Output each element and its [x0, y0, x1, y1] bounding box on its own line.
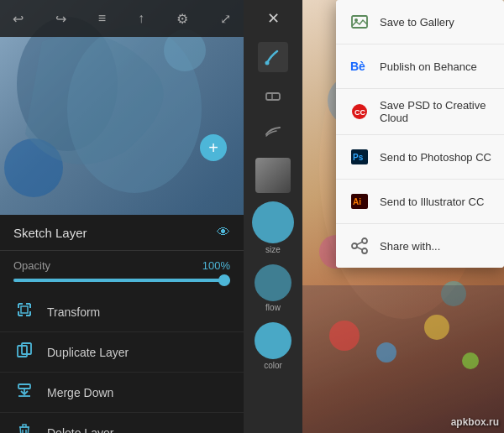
svg-line-40 [357, 248, 362, 250]
size-label: size [265, 245, 281, 254]
dropdown-menu: Save to Gallery Bè Publish on Behance CC… [336, 0, 504, 268]
opacity-slider[interactable] [0, 275, 244, 292]
save-gallery-item[interactable]: Save to Gallery [336, 0, 504, 44]
fullscreen-icon[interactable]: ⤢ [216, 8, 235, 30]
transform-icon [13, 301, 35, 322]
brush-tool-button[interactable] [258, 42, 288, 72]
color-circle[interactable] [255, 322, 291, 359]
svg-rect-7 [18, 384, 30, 389]
size-circle[interactable] [252, 201, 294, 243]
share-icon [348, 234, 371, 258]
settings-icon[interactable]: ⚙ [172, 8, 192, 30]
send-photoshop-item[interactable]: Ps Send to Photoshop CC [336, 135, 504, 180]
merge-down-action[interactable]: Merge Down [0, 373, 244, 413]
merge-down-label: Merge Down [47, 386, 113, 399]
bottom-panel: Sketch Layer 👁 Opacity 100% Transform [0, 215, 244, 433]
close-button[interactable]: ✕ [261, 7, 285, 30]
duplicate-layer-action[interactable]: Duplicate Layer [0, 332, 244, 373]
duplicate-layer-label: Duplicate Layer [47, 346, 129, 359]
delete-icon [13, 422, 35, 433]
slider-track [13, 279, 230, 282]
save-gallery-label: Save to Gallery [380, 16, 454, 29]
opacity-label: Opacity [13, 259, 50, 272]
svg-rect-13 [266, 93, 280, 100]
redo-icon[interactable]: ↪ [51, 8, 71, 30]
save-gallery-icon [348, 10, 371, 34]
opacity-row: Opacity 100% [0, 251, 244, 275]
color-label: color [264, 361, 282, 370]
send-illustrator-label: Send to Illustrator CC [380, 196, 484, 208]
svg-rect-4 [21, 306, 28, 313]
behance-icon: Bè [348, 55, 371, 78]
opacity-value: 100% [202, 259, 230, 272]
flow-circle[interactable] [255, 264, 291, 301]
right-panel: SKETCHBOOK Save to Gallery Bè Publish on… [302, 0, 504, 433]
svg-line-39 [357, 243, 362, 245]
save-psd-item[interactable]: CC Save PSD to Creative Cloud [336, 89, 504, 135]
svg-point-12 [265, 61, 270, 65]
behance-item[interactable]: Bè Publish on Behance [336, 44, 504, 89]
svg-point-24 [376, 342, 396, 363]
export-icon[interactable]: ↑ [134, 8, 149, 29]
svg-point-23 [329, 321, 360, 351]
transform-action[interactable]: Transform [0, 292, 244, 332]
svg-point-36 [362, 238, 367, 243]
svg-point-26 [462, 352, 479, 369]
brush-panel: ✕ size flow color [244, 0, 302, 433]
canvas-area: + ↩ ↪ ≡ ↑ ⚙ ⤢ Sketch Layer 👁 Opacity 100… [0, 0, 244, 433]
save-psd-label: Save PSD to Creative Cloud [380, 99, 492, 124]
slider-fill [13, 279, 230, 282]
flow-label: flow [265, 303, 281, 312]
add-button[interactable]: + [200, 134, 227, 161]
behance-label: Publish on Behance [380, 60, 477, 73]
svg-point-38 [362, 248, 367, 253]
eraser-tool-button[interactable] [258, 79, 288, 109]
share-item[interactable]: Share with... [336, 224, 504, 268]
undo-icon[interactable]: ↩ [8, 8, 28, 30]
svg-point-37 [352, 243, 357, 248]
send-illustrator-item[interactable]: Ai Send to Illustrator CC [336, 180, 504, 224]
layers-icon[interactable]: ≡ [94, 8, 110, 29]
layer-header: Sketch Layer 👁 [0, 215, 244, 251]
delete-layer-action[interactable]: Delete Layer [0, 413, 244, 433]
merge-icon [13, 382, 35, 403]
cc-icon: CC [348, 100, 371, 123]
layer-name: Sketch Layer [13, 226, 87, 240]
slider-thumb [218, 274, 230, 286]
svg-point-25 [424, 315, 449, 340]
brush-preview [255, 158, 291, 193]
svg-text:Ps: Ps [353, 153, 364, 162]
eye-icon[interactable]: 👁 [217, 225, 230, 240]
delete-layer-label: Delete Layer [47, 426, 113, 434]
smudge-tool-button[interactable] [258, 116, 288, 146]
duplicate-icon [13, 342, 35, 363]
top-toolbar: ↩ ↪ ≡ ↑ ⚙ ⤢ [0, 0, 244, 37]
share-label: Share with... [380, 240, 440, 253]
svg-text:CC: CC [354, 108, 365, 117]
svg-text:Bè: Bè [350, 60, 365, 73]
send-photoshop-label: Send to Photoshop CC [380, 151, 491, 164]
watermark: apkbox.ru [451, 416, 499, 428]
ai-icon: Ai [348, 190, 371, 213]
ps-icon: Ps [348, 145, 371, 169]
svg-text:Ai: Ai [353, 197, 361, 206]
transform-label: Transform [47, 305, 100, 319]
